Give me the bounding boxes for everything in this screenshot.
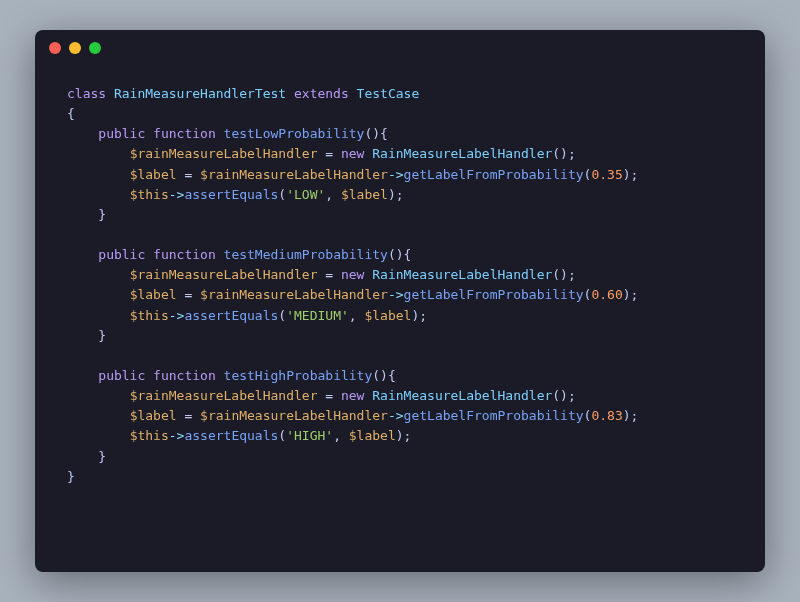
brace: } [98, 207, 106, 222]
method-name: testHighProbability [224, 368, 373, 383]
variable: $rainMeasureLabelHandler [130, 267, 318, 282]
paren: ); [623, 167, 639, 182]
paren: ( [278, 308, 286, 323]
arrow: -> [388, 167, 404, 182]
paren: ( [278, 428, 286, 443]
arrow: -> [169, 428, 185, 443]
paren: ); [623, 287, 639, 302]
variable: $rainMeasureLabelHandler [200, 167, 388, 182]
paren: ); [388, 187, 404, 202]
keyword-new: new [341, 267, 364, 282]
number-literal: 0.83 [591, 408, 622, 423]
parens: (){ [364, 126, 387, 141]
keyword-function: function [153, 368, 216, 383]
string-literal: 'MEDIUM' [286, 308, 349, 323]
brace: } [67, 469, 75, 484]
equals: = [184, 287, 192, 302]
keyword-public: public [98, 126, 145, 141]
method-call: getLabelFromProbability [404, 287, 584, 302]
keyword-new: new [341, 388, 364, 403]
class-ref: RainMeasureLabelHandler [372, 388, 552, 403]
variable: $this [130, 187, 169, 202]
parens: (); [552, 267, 575, 282]
variable: $this [130, 428, 169, 443]
method-call: assertEquals [184, 187, 278, 202]
arrow: -> [169, 187, 185, 202]
comma: , [325, 187, 341, 202]
variable: $rainMeasureLabelHandler [200, 287, 388, 302]
code-editor: class RainMeasureHandlerTest extends Tes… [35, 66, 765, 505]
string-literal: 'HIGH' [286, 428, 333, 443]
variable: $label [349, 428, 396, 443]
variable: $label [130, 287, 177, 302]
method-name: testMediumProbability [224, 247, 388, 262]
equals: = [325, 267, 333, 282]
keyword-extends: extends [294, 86, 349, 101]
arrow: -> [388, 287, 404, 302]
variable: $label [364, 308, 411, 323]
parens: (); [552, 146, 575, 161]
method-call: assertEquals [184, 308, 278, 323]
arrow: -> [169, 308, 185, 323]
variable: $rainMeasureLabelHandler [130, 388, 318, 403]
brace: } [98, 328, 106, 343]
paren: ); [396, 428, 412, 443]
comma: , [333, 428, 349, 443]
class-ref: RainMeasureLabelHandler [372, 146, 552, 161]
equals: = [184, 408, 192, 423]
method-name: testLowProbability [224, 126, 365, 141]
paren: ( [278, 187, 286, 202]
equals: = [325, 388, 333, 403]
keyword-class: class [67, 86, 106, 101]
equals: = [184, 167, 192, 182]
number-literal: 0.35 [591, 167, 622, 182]
close-icon[interactable] [49, 42, 61, 54]
window-titlebar [35, 30, 765, 66]
arrow: -> [388, 408, 404, 423]
method-call: getLabelFromProbability [404, 408, 584, 423]
parens: (); [552, 388, 575, 403]
parens: (){ [388, 247, 411, 262]
variable: $label [341, 187, 388, 202]
variable: $rainMeasureLabelHandler [130, 146, 318, 161]
brace: { [67, 106, 75, 121]
method-call: assertEquals [184, 428, 278, 443]
maximize-icon[interactable] [89, 42, 101, 54]
keyword-public: public [98, 247, 145, 262]
variable: $this [130, 308, 169, 323]
class-name: RainMeasureHandlerTest [114, 86, 286, 101]
parens: (){ [372, 368, 395, 383]
brace: } [98, 449, 106, 464]
paren: ); [623, 408, 639, 423]
variable: $label [130, 408, 177, 423]
class-ref: RainMeasureLabelHandler [372, 267, 552, 282]
equals: = [325, 146, 333, 161]
keyword-function: function [153, 247, 216, 262]
keyword-new: new [341, 146, 364, 161]
string-literal: 'LOW' [286, 187, 325, 202]
comma: , [349, 308, 365, 323]
code-window: class RainMeasureHandlerTest extends Tes… [35, 30, 765, 572]
variable: $rainMeasureLabelHandler [200, 408, 388, 423]
number-literal: 0.60 [591, 287, 622, 302]
extends-class: TestCase [357, 86, 420, 101]
keyword-public: public [98, 368, 145, 383]
keyword-function: function [153, 126, 216, 141]
minimize-icon[interactable] [69, 42, 81, 54]
method-call: getLabelFromProbability [404, 167, 584, 182]
variable: $label [130, 167, 177, 182]
paren: ); [411, 308, 427, 323]
